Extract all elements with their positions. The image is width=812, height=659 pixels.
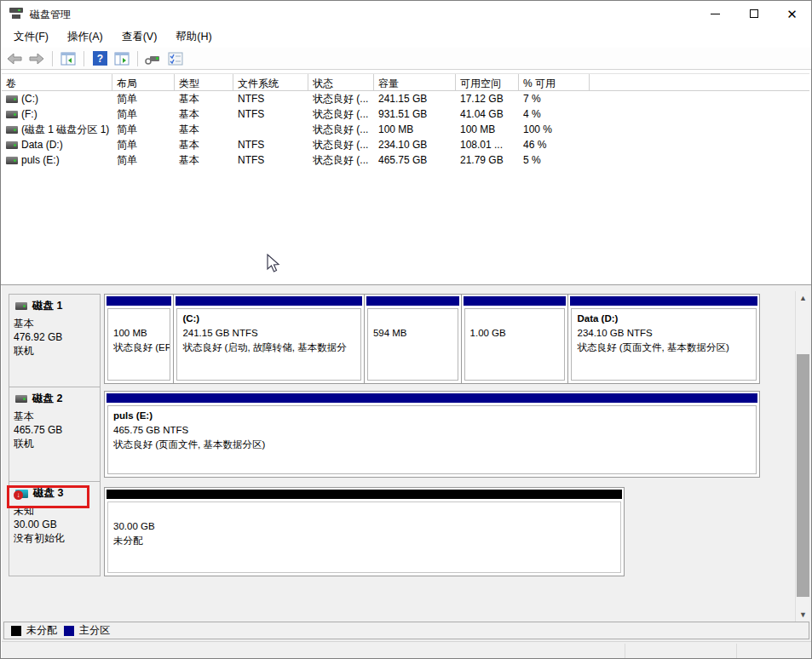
forward-icon[interactable] [28, 50, 45, 67]
svg-text:?: ? [96, 53, 102, 65]
table-row-c[interactable]: (C:) 简单 基本 NTFS 状态良好 (... 241.15 GB 17.1… [2, 91, 809, 106]
table-row-f[interactable]: (F:) 简单 基本 NTFS 状态良好 (... 931.51 GB 41.0… [2, 106, 809, 122]
partition-efi[interactable]: 100 MB状态良好 (EF [105, 295, 174, 383]
legend-bar: 未分配 主分区 [3, 622, 809, 639]
col-status[interactable]: 状态 [308, 74, 374, 90]
minimize-button[interactable] [696, 1, 734, 26]
window-title: 磁盘管理 [30, 8, 71, 22]
table-row-puls-e[interactable]: puls (E:) 简单 基本 NTFS 状态良好 (... 465.75 GB… [2, 152, 809, 168]
col-filesystem[interactable]: 文件系统 [233, 74, 308, 90]
task-list-icon[interactable] [167, 50, 184, 67]
volume-icon [6, 157, 18, 164]
menu-help[interactable]: 帮助(H) [166, 26, 221, 48]
disk-icon [15, 395, 27, 403]
mouse-cursor [267, 254, 280, 278]
volume-list-header: 卷 布局 类型 文件系统 状态 容量 可用空间 % 可用 [2, 73, 809, 91]
table-row-disk1-part1[interactable]: (磁盘 1 磁盘分区 1) 简单 基本 状态良好 (... 100 MB 100… [2, 122, 809, 137]
legend-unallocated: 未分配 [11, 623, 57, 638]
menu-action[interactable]: 操作(A) [58, 26, 112, 48]
scrollbar-thumb[interactable] [797, 354, 809, 597]
menu-bar: 文件(F) 操作(A) 查看(V) 帮助(H) [1, 26, 811, 48]
volume-icon [6, 126, 18, 134]
partition-1gb[interactable]: 1.00 GB [462, 295, 569, 383]
volume-icon [6, 111, 18, 118]
disk1-partitions: 100 MB状态良好 (EF (C:)241.15 GB NTFS状态良好 (启… [104, 294, 760, 384]
scroll-up-icon[interactable]: ▲ [796, 291, 810, 306]
close-button[interactable]: ✕ [773, 1, 811, 26]
unallocated-swatch [11, 626, 21, 636]
menu-view[interactable]: 查看(V) [112, 26, 167, 48]
legend-primary-partition: 主分区 [64, 623, 110, 638]
partition-c[interactable]: (C:)241.15 GB NTFS状态良好 (启动, 故障转储, 基本数据分 [174, 295, 364, 383]
disk2-partitions: puls (E:)465.75 GB NTFS状态良好 (页面文件, 基本数据分… [104, 391, 760, 478]
primary-partition-swatch [64, 626, 74, 636]
app-icon [9, 8, 23, 19]
scroll-down-icon[interactable]: ▼ [796, 608, 810, 622]
show-action-pane-icon[interactable] [113, 50, 130, 67]
disk1-header[interactable]: 磁盘 1 基本 476.92 GB 联机 [9, 294, 101, 387]
col-layout[interactable]: 布局 [112, 74, 175, 90]
partition-594mb[interactable]: 594 MB [365, 295, 462, 383]
volume-list: 卷 布局 类型 文件系统 状态 容量 可用空间 % 可用 (C:) 简单 基本 … [2, 73, 809, 168]
col-capacity[interactable]: 容量 [374, 74, 456, 90]
menu-file[interactable]: 文件(F) [4, 26, 58, 48]
disk3-partitions: 30.00 GB未分配 [104, 487, 625, 576]
col-free-space[interactable]: 可用空间 [456, 74, 519, 90]
col-type[interactable]: 类型 [175, 74, 233, 90]
graphical-view-pane: 磁盘 1 基本 476.92 GB 联机 100 MB状态良好 (EF (C:)… [2, 285, 812, 641]
vertical-scrollbar[interactable]: ▲ ▼ [795, 291, 809, 622]
unallocated-space[interactable]: 30.00 GB未分配 [105, 488, 624, 576]
col-volume[interactable]: 卷 [2, 74, 112, 90]
col-filler [590, 74, 809, 90]
help-icon[interactable]: ? [91, 50, 108, 67]
disk-tool-icon[interactable] [145, 50, 162, 67]
col-pct-free[interactable]: % 可用 [519, 74, 590, 90]
red-highlight-box [7, 485, 89, 508]
volume-icon [6, 95, 18, 103]
disk-icon [15, 302, 27, 310]
partition-data-d[interactable]: Data (D:)234.10 GB NTFS状态良好 (页面文件, 基本数据分… [568, 295, 758, 383]
disk-management-window: 磁盘管理 ✕ 文件(F) 操作(A) 查看(V) 帮助(H) ? [0, 0, 812, 659]
partition-puls-e[interactable]: puls (E:)465.75 GB NTFS状态良好 (页面文件, 基本数据分… [105, 392, 759, 477]
toolbar: ? [1, 48, 811, 70]
show-console-tree-icon[interactable] [60, 50, 77, 67]
back-icon[interactable] [6, 50, 23, 67]
title-bar: 磁盘管理 ✕ [1, 1, 811, 26]
disk2-header[interactable]: 磁盘 2 基本 465.75 GB 联机 [9, 387, 101, 482]
maximize-button[interactable] [734, 1, 773, 26]
volume-icon [6, 141, 18, 149]
status-bar [2, 641, 812, 659]
table-row-data-d[interactable]: Data (D:) 简单 基本 NTFS 状态良好 (... 234.10 GB… [2, 137, 809, 152]
